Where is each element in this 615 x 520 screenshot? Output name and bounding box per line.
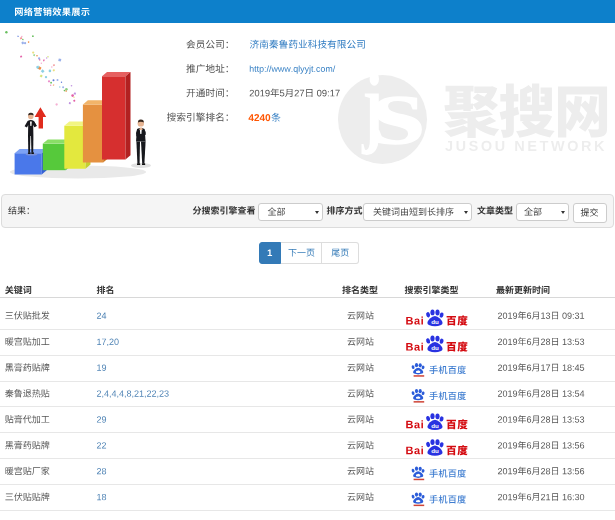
- svg-text:du: du: [431, 318, 439, 325]
- svg-text:du: du: [431, 448, 439, 455]
- svg-text:du: du: [431, 344, 439, 351]
- svg-text:du: du: [431, 422, 439, 429]
